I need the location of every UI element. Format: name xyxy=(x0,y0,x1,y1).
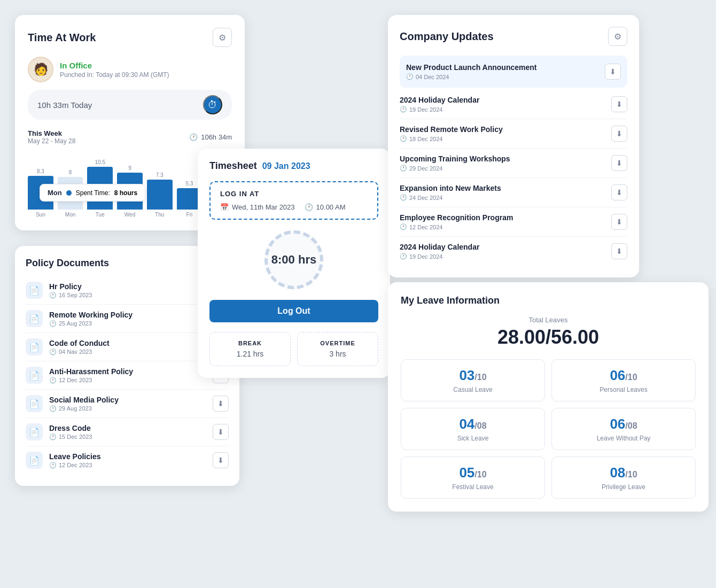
leave-box: 06/10 Personal Leaves xyxy=(551,359,696,401)
pdf-icon: 📄 xyxy=(26,282,43,299)
update-info: Upcoming Training Workshops 🕐 29 Dec 202… xyxy=(400,154,611,172)
clock-icon: 🕐 xyxy=(49,405,57,412)
timer-button[interactable]: ⏱ xyxy=(203,95,222,114)
update-name: 2024 Holiday Calendar xyxy=(400,243,611,251)
policy-date: 🕐 12 Dec 2023 xyxy=(49,462,213,469)
download-button[interactable]: ⬇ xyxy=(213,396,229,412)
download-button[interactable]: ⬇ xyxy=(611,126,627,142)
download-button[interactable]: ⬇ xyxy=(611,214,627,230)
time-at-work-settings-button[interactable]: ⚙ xyxy=(213,28,232,47)
login-label: LOG IN AT xyxy=(220,190,368,198)
download-button[interactable]: ⬇ xyxy=(605,64,621,80)
pdf-icon: 📄 xyxy=(26,395,43,412)
circle-time: 8:00 hrs xyxy=(264,230,323,289)
login-date: Wed, 11th Mar 2023 xyxy=(232,203,295,211)
week-row: This Week May 22 - May 28 🕐 106h 34m xyxy=(28,129,232,145)
download-button[interactable]: ⬇ xyxy=(611,184,627,200)
leave-box-out-of: /10 xyxy=(625,373,637,382)
login-at-box: LOG IN AT 📅 Wed, 11th Mar 2023 🕐 10.00 A… xyxy=(209,181,378,220)
tooltip-dot xyxy=(66,190,72,196)
leave-box-name: Personal Leaves xyxy=(559,386,688,393)
bar-column: 7.3 Thu xyxy=(147,172,173,218)
update-name: Employee Recognition Program xyxy=(400,213,611,222)
tooltip-label: Spent Time: xyxy=(76,189,110,197)
tooltip-value: 8 hours xyxy=(114,189,137,197)
download-button[interactable]: ⬇ xyxy=(213,424,229,440)
policy-date: 🕐 15 Dec 2023 xyxy=(49,434,213,440)
user-status: In Office xyxy=(60,61,169,70)
bar-value: 8 xyxy=(69,169,72,175)
company-updates-list: New Product Launch Announcement 🕐 04 Dec… xyxy=(400,56,627,266)
policy-date: 🕐 04 Nav 2023 xyxy=(49,349,213,355)
leave-box: 06/08 Leave Without Pay xyxy=(551,408,696,450)
logout-button[interactable]: Log Out xyxy=(209,300,378,322)
bar-day-label: Wed xyxy=(124,212,135,218)
update-name: Expansion into New Markets xyxy=(400,184,611,192)
calendar-icon: 📅 xyxy=(220,203,229,211)
update-info: 2024 Holiday Calendar 🕐 19 Dec 2024 xyxy=(400,96,611,113)
pdf-icon: 📄 xyxy=(26,452,43,469)
policy-date: 🕐 25 Aug 2023 xyxy=(49,320,213,327)
update-date: 🕐 18 Dec 2024 xyxy=(400,135,611,142)
leave-box-name: Festival Leave xyxy=(409,483,537,491)
policy-info: Anti-Harassment Policy 🕐 12 Dec 2023 xyxy=(49,367,213,384)
bar-day-label: Tue xyxy=(96,212,105,218)
update-name: 2024 Holiday Calendar xyxy=(400,96,611,104)
chart-tooltip: Mon Spent Time: 8 hours xyxy=(40,184,145,202)
bar-value: 5.3 xyxy=(186,181,193,187)
circle-time-value: 8:00 hrs xyxy=(271,253,316,267)
avatar: 🧑 xyxy=(28,57,53,82)
policy-date: 🕐 16 Sep 2023 xyxy=(49,292,213,299)
bar-rect xyxy=(147,180,173,210)
download-button[interactable]: ⬇ xyxy=(213,452,229,468)
login-time: 10.00 AM xyxy=(316,203,346,211)
bar-value: 7.3 xyxy=(156,172,164,178)
leave-grid: 03/10 Casual Leave 06/10 Personal Leaves… xyxy=(401,359,696,499)
list-item: Employee Recognition Program 🕐 12 Dec 20… xyxy=(400,207,627,237)
update-date: 🕐 29 Dec 2024 xyxy=(400,165,611,172)
leave-box-number: 03/10 xyxy=(409,367,537,384)
break-value: 1.21 hrs xyxy=(217,350,283,358)
leave-box-name: Privilege Leave xyxy=(559,483,688,491)
update-date: 🕐 12 Dec 2024 xyxy=(400,223,611,230)
tooltip-day: Mon xyxy=(48,189,62,197)
company-updates-settings-button[interactable]: ⚙ xyxy=(608,27,627,46)
update-name: Revised Remote Work Policy xyxy=(400,125,611,134)
download-button[interactable]: ⬇ xyxy=(611,243,627,259)
policy-name: Anti-Harassment Policy xyxy=(49,367,213,376)
leave-box-number: 04/08 xyxy=(409,416,537,432)
pdf-icon: 📄 xyxy=(26,423,43,440)
user-info-row: 🧑 In Office Punched In: Today at 09:30 A… xyxy=(28,57,232,82)
bar-day-label: Mon xyxy=(65,212,75,218)
policy-info: Code of Conduct 🕐 04 Nav 2023 xyxy=(49,339,213,355)
total-leaves-label: Total Leaves xyxy=(401,316,696,324)
clock-icon: 🕐 xyxy=(400,106,407,113)
clock-icon: 🕐 xyxy=(189,133,198,141)
pdf-icon: 📄 xyxy=(26,310,43,327)
clock-icon: 🕐 xyxy=(49,292,57,299)
login-date-detail: 📅 Wed, 11th Mar 2023 xyxy=(220,203,295,211)
policy-name: Dress Code xyxy=(49,424,213,432)
login-time-detail: 🕐 10.00 AM xyxy=(305,203,346,211)
timesheet-title: Timesheet xyxy=(209,160,257,172)
punch-info: Punched In: Today at 09:30 AM (GMT) xyxy=(60,71,169,79)
leave-box-name: Sick Leave xyxy=(409,435,537,442)
list-item: 📄 Leave Policies 🕐 12 Dec 2023 ⬇ xyxy=(26,446,229,474)
policy-name: Remote Working Policy xyxy=(49,311,213,319)
today-hours-text: 10h 33m Today xyxy=(37,100,92,110)
list-item: 2024 Holiday Calendar 🕐 19 Dec 2024 ⬇ xyxy=(400,237,627,266)
download-button[interactable]: ⬇ xyxy=(611,155,627,171)
overtime-label: OVERTIME xyxy=(305,340,370,346)
leave-box: 05/10 Festival Leave xyxy=(401,457,545,499)
leave-box: 04/08 Sick Leave xyxy=(401,408,545,450)
login-details: 📅 Wed, 11th Mar 2023 🕐 10.00 AM xyxy=(220,203,368,211)
company-updates-title: Company Updates xyxy=(400,30,494,43)
update-info: Expansion into New Markets 🕐 24 Dec 2024 xyxy=(400,184,611,201)
leave-box-out-of: /10 xyxy=(625,470,637,479)
leave-box-out-of: /08 xyxy=(474,421,486,430)
leave-box-out-of: /10 xyxy=(474,470,486,479)
leave-box-number: 05/10 xyxy=(409,465,537,481)
bar-value: 10.5 xyxy=(95,159,105,165)
download-button[interactable]: ⬇ xyxy=(611,96,627,112)
policy-info: Dress Code 🕐 15 Dec 2023 xyxy=(49,424,213,440)
